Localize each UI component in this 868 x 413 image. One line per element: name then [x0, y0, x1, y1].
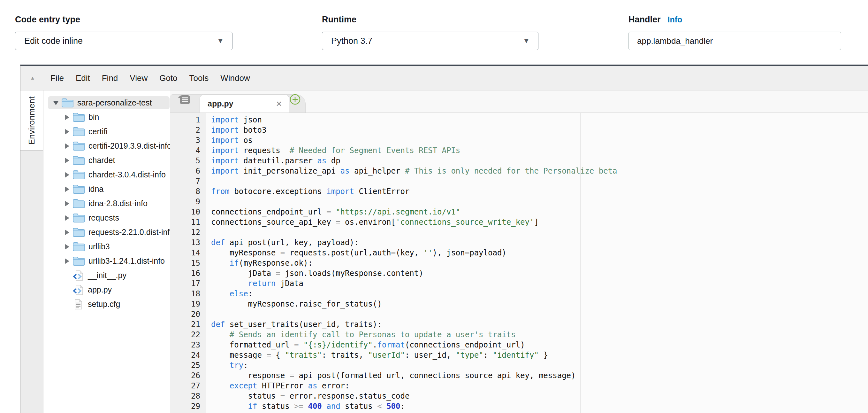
chevron-right-icon[interactable] — [62, 114, 72, 120]
code-line[interactable]: myResponse.raise_for_status() — [211, 299, 868, 309]
tree-item-certifi[interactable]: certifi — [43, 124, 170, 139]
line-number[interactable]: 26 — [170, 371, 200, 381]
code-line[interactable]: connections_endpoint_url = "https://api.… — [211, 207, 868, 217]
line-number[interactable]: 2 — [170, 125, 200, 135]
line-number-gutter[interactable]: 1234567891011121314151617181920212223242… — [170, 113, 206, 413]
code-line[interactable]: import init_personalize_api as api_helpe… — [211, 166, 868, 176]
line-number[interactable]: 7 — [170, 176, 200, 186]
new-tab-icon[interactable] — [289, 94, 301, 107]
menu-view[interactable]: View — [130, 73, 148, 83]
code-line[interactable]: if(myResponse.ok): — [211, 258, 868, 268]
close-tab-icon[interactable]: × — [276, 98, 282, 109]
chevron-right-icon[interactable] — [62, 143, 72, 149]
code-line[interactable]: status = error.response.status_code — [211, 391, 868, 401]
tree-item-urllib3[interactable]: urllib3 — [43, 239, 170, 254]
code-line[interactable]: import os — [211, 135, 868, 145]
tree-item-setup.cfg[interactable]: setup.cfg — [43, 297, 170, 311]
code-line[interactable]: import dateutil.parser as dp — [211, 156, 868, 166]
menu-edit[interactable]: Edit — [76, 73, 90, 83]
chevron-down-icon[interactable] — [51, 101, 61, 105]
line-number[interactable]: 13 — [170, 237, 200, 248]
chevron-right-icon[interactable] — [62, 186, 72, 192]
line-number[interactable]: 19 — [170, 299, 200, 309]
code-line[interactable]: message = { "traits": traits, "userId": … — [211, 350, 868, 360]
line-number[interactable]: 9 — [170, 197, 200, 207]
code-line[interactable]: jData = json.loads(myResponse.content) — [211, 268, 868, 278]
code-editor-area[interactable]: 1234567891011121314151617181920212223242… — [170, 113, 868, 413]
chevron-right-icon[interactable] — [62, 172, 72, 178]
code-line[interactable]: import boto3 — [211, 125, 868, 135]
line-number[interactable]: 6 — [170, 166, 200, 176]
line-number[interactable]: 29 — [170, 401, 200, 411]
code-line[interactable]: if status >= 400 and status < 500: — [211, 401, 868, 411]
menu-file[interactable]: File — [51, 73, 64, 83]
line-number[interactable]: 14 — [170, 248, 200, 258]
tree-item-chardet[interactable]: chardet — [43, 153, 170, 168]
line-number[interactable]: 4 — [170, 145, 200, 156]
menu-window[interactable]: Window — [220, 73, 250, 83]
code-line[interactable]: else: — [211, 289, 868, 299]
code-line[interactable]: # Sends an identify call to Personas to … — [211, 330, 868, 340]
line-number[interactable]: 3 — [170, 135, 200, 145]
code-line[interactable]: import requests # Needed for Segment Eve… — [211, 145, 868, 156]
code-line[interactable]: myResponse = requests.post(url,auth=(key… — [211, 248, 868, 258]
line-number[interactable]: 8 — [170, 186, 200, 197]
line-number[interactable]: 28 — [170, 391, 200, 401]
line-number[interactable]: 25 — [170, 360, 200, 371]
tree-item-urllib3-1.24.1.dist-info[interactable]: urllib3-1.24.1.dist-info — [43, 254, 170, 268]
code-line[interactable]: response = api_post(formatted_url, conne… — [211, 371, 868, 381]
code-line[interactable]: try: — [211, 360, 868, 371]
line-number[interactable]: 16 — [170, 268, 200, 278]
code-line[interactable]: from botocore.exceptions import ClientEr… — [211, 186, 868, 197]
chevron-right-icon[interactable] — [62, 215, 72, 221]
code-line[interactable]: formatted_url = "{:s}/identify".format(c… — [211, 340, 868, 350]
code-line[interactable]: connections_source_api_key = os.environ[… — [211, 217, 868, 227]
tree-item-bin[interactable]: bin — [43, 110, 170, 124]
tree-item-chardet-3.0.4.dist-info[interactable]: chardet-3.0.4.dist-info — [43, 168, 170, 182]
tree-item-requests-2.21.0.dist-info[interactable]: requests-2.21.0.dist-info — [43, 225, 170, 239]
line-number[interactable]: 1 — [170, 115, 200, 125]
chevron-right-icon[interactable] — [62, 244, 72, 249]
chevron-right-icon[interactable] — [62, 230, 72, 235]
chevron-right-icon[interactable] — [62, 157, 72, 164]
tab-environment[interactable]: Environment — [21, 90, 43, 151]
line-number[interactable]: 10 — [170, 207, 200, 217]
line-number[interactable]: 20 — [170, 309, 200, 319]
tree-item-requests[interactable]: requests — [43, 211, 170, 225]
menu-find[interactable]: Find — [102, 73, 118, 83]
code-entry-type-select[interactable]: Edit code inline ▼ — [15, 32, 232, 50]
handler-input[interactable] — [628, 32, 841, 50]
line-number[interactable]: 12 — [170, 227, 200, 237]
tab-list-icon[interactable] — [177, 94, 191, 106]
code-line[interactable]: import json — [211, 115, 868, 125]
line-number[interactable]: 17 — [170, 278, 200, 289]
code-line[interactable]: def api_post(url, key, payload): — [211, 237, 868, 248]
tree-item-idna[interactable]: idna — [43, 182, 170, 196]
code-line[interactable]: except HTTPError as error: — [211, 381, 868, 391]
chevron-right-icon[interactable] — [62, 129, 72, 135]
collapse-menubar-icon[interactable]: ▲ — [30, 75, 37, 81]
code-line[interactable]: def set_user_traits(user_id, traits): — [211, 319, 868, 330]
line-number[interactable]: 24 — [170, 350, 200, 360]
tree-item-idna-2.8.dist-info[interactable]: idna-2.8.dist-info — [43, 196, 170, 211]
code-line[interactable] — [211, 176, 868, 186]
line-number[interactable]: 18 — [170, 289, 200, 299]
line-number[interactable]: 22 — [170, 330, 200, 340]
tree-item-sara-personalize-test[interactable]: sara-personalize-test — [43, 95, 170, 110]
line-number[interactable]: 5 — [170, 156, 200, 166]
runtime-select[interactable]: Python 3.7 ▼ — [322, 32, 538, 50]
tree-item-__init__.py[interactable]: __init__.py — [43, 268, 170, 283]
tree-item-app.py[interactable]: app.py — [43, 283, 170, 297]
line-number[interactable]: 21 — [170, 319, 200, 330]
tree-item-certifi-2019.3.9.dist-info[interactable]: certifi-2019.3.9.dist-info — [43, 139, 170, 153]
code-line[interactable] — [211, 227, 868, 237]
line-number[interactable]: 11 — [170, 217, 200, 227]
code-content[interactable]: import jsonimport boto3import osimport r… — [206, 113, 868, 413]
line-number[interactable]: 27 — [170, 381, 200, 391]
code-line[interactable] — [211, 197, 868, 207]
handler-info-link[interactable]: Info — [668, 15, 682, 24]
code-line[interactable]: return jData — [211, 278, 868, 289]
chevron-right-icon[interactable] — [62, 201, 72, 206]
menu-goto[interactable]: Goto — [159, 73, 177, 83]
menu-tools[interactable]: Tools — [189, 73, 209, 83]
